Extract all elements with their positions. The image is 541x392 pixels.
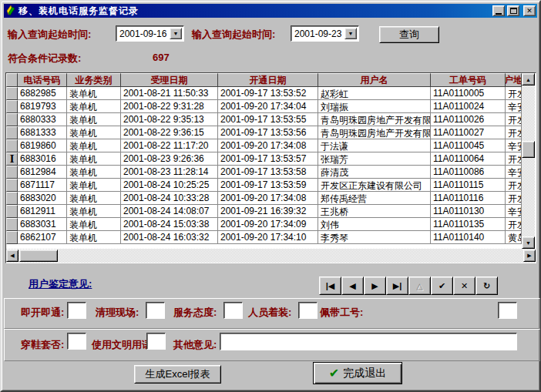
table-row[interactable]: I 6883016 装单机 2001-08-23 9:26:36 2001-09… [6,152,522,166]
table-row[interactable]: 6871117 装单机 2001-08-24 10:25:25 2001-09-… [6,179,522,192]
cell-order[interactable]: 11A0110115 [431,179,506,192]
cell-address[interactable]: 辛安 [506,100,522,113]
cell-accept[interactable]: 2001-08-24 15:03:38 [121,218,218,231]
cell-open[interactable]: 2001-09-20 17:34:10 [218,231,318,244]
cell-open[interactable]: 2001-09-17 13:53:56 [218,126,318,139]
cell-type[interactable]: 装单机 [67,205,121,218]
table-row[interactable]: 6819793 装单机 2001-08-22 9:31:28 2001-09-2… [6,100,522,113]
cell-accept[interactable]: 2001-08-22 9:35:13 [121,113,218,126]
cell-order[interactable]: 11A0110045 [431,139,506,152]
nav-post-button[interactable]: ✔ [431,276,453,295]
cell-address[interactable]: 辛安 [506,139,522,152]
start-date-combobox[interactable]: 2001-09-16 ▼ [116,25,184,42]
vertical-scrollbar[interactable]: ▲ ▼ [522,73,535,249]
cell-type[interactable]: 装单机 [67,166,121,179]
title-bar[interactable]: 移、装机电话服务监督记录 ✕ [4,4,537,18]
cell-type[interactable]: 装单机 [67,100,121,113]
cell-address[interactable]: 辛安 [506,166,522,179]
cell-user[interactable]: 开发区正东建设有限公司 [318,179,431,192]
polite-language-field[interactable] [146,333,166,350]
column-header-type[interactable]: 业务类别 [67,73,121,87]
nav-refresh-button[interactable]: ↻ [475,276,498,295]
cell-address[interactable]: 开发 [506,152,522,166]
cell-address[interactable]: 开发 [506,113,522,126]
cell-order[interactable]: 11A0110024 [431,100,506,113]
cell-order[interactable]: 11A0110140 [431,231,506,244]
cell-user[interactable]: 李秀琴 [318,231,431,244]
cell-open[interactable]: 2001-09-20 17:34:09 [218,218,318,231]
cell-phone[interactable]: 6812984 [18,166,67,179]
cell-phone[interactable]: 6882985 [18,87,67,100]
staff-dress-field[interactable] [298,302,318,319]
end-date-combobox[interactable]: 2001-09-23 ▼ [291,25,359,42]
column-header-address[interactable]: 用户地址 [506,73,522,87]
start-date-dropdown-button[interactable]: ▼ [170,28,182,39]
row-indicator[interactable] [6,166,18,179]
nav-next-button[interactable]: ▶ [364,276,386,295]
table-row[interactable]: 6883031 装单机 2001-08-24 15:03:38 2001-09-… [6,218,522,231]
cell-order[interactable]: 11A0110005 [431,87,506,100]
cell-open[interactable]: 2001-09-17 13:53:59 [218,179,318,192]
cell-order[interactable]: 11A0110130 [431,205,506,218]
cell-open[interactable]: 2001-09-17 13:53:58 [218,166,318,179]
close-button[interactable]: ✕ [523,5,536,16]
nav-cancel-button[interactable]: ✕ [453,276,475,295]
cell-accept[interactable]: 2001-08-24 14:08:07 [121,205,218,218]
cell-order[interactable]: 11A0110064 [431,152,506,166]
cell-user[interactable]: 王兆桥 [318,205,431,218]
cell-phone[interactable]: 6871117 [18,179,67,192]
row-indicator[interactable]: I [6,152,18,166]
row-indicator[interactable] [6,113,18,126]
nav-last-button[interactable]: ▶| [386,276,408,295]
cell-phone[interactable]: 6883016 [18,152,67,166]
table-row[interactable]: 6862107 装单机 2001-08-24 16:03:32 2001-09-… [6,231,522,244]
row-indicator[interactable] [6,87,18,100]
cell-type[interactable]: 装单机 [67,192,121,205]
cell-phone[interactable]: 6819860 [18,139,67,152]
cell-open[interactable]: 2001-09-20 17:34:04 [218,100,318,113]
cell-accept[interactable]: 2001-08-21 11:50:33 [121,87,218,100]
cell-type[interactable]: 装单机 [67,139,121,152]
table-row[interactable]: 6819860 装单机 2001-08-22 11:17:20 2001-09-… [6,139,522,152]
cell-user[interactable]: 郑传禹经营 [318,192,431,205]
cell-user[interactable]: 于法谦 [318,139,431,152]
scroll-right-button[interactable]: ▶ [523,250,536,262]
table-row[interactable]: 6882985 装单机 2001-08-21 11:50:33 2001-09-… [6,87,522,100]
cell-order[interactable]: 11A0110026 [431,113,506,126]
end-date-value[interactable]: 2001-09-23 [293,28,344,39]
table-row[interactable]: 6880333 装单机 2001-08-22 9:35:13 2001-09-1… [6,113,522,126]
horizontal-scrollbar[interactable]: ◀ ▶ [6,249,536,263]
cell-phone[interactable]: 6883020 [18,192,67,205]
cell-accept[interactable]: 2001-08-23 9:26:36 [121,152,218,166]
maximize-button[interactable] [507,5,519,16]
cell-order[interactable]: 11A0110086 [431,166,506,179]
table-row[interactable]: 6883020 装单机 2001-08-24 10:33:28 2001-09-… [6,192,522,205]
column-header-accept[interactable]: 受理日期 [121,73,218,87]
cell-user[interactable]: 刘伟 [318,218,431,231]
cell-type[interactable]: 装单机 [67,152,121,166]
start-date-value[interactable]: 2001-09-16 [118,28,170,39]
service-attitude-field[interactable] [223,302,243,319]
cell-user[interactable]: 刘瑞振 [318,100,431,113]
column-header-phone[interactable]: 电话号码 [18,73,67,87]
row-indicator[interactable] [6,179,18,192]
vertical-scroll-thumb[interactable] [522,141,535,158]
cell-phone[interactable]: 6881333 [18,126,67,139]
cell-user[interactable]: 张瑞芳 [318,152,431,166]
cell-address[interactable]: 开发 [506,192,522,205]
cell-order[interactable]: 11A0110116 [431,192,506,205]
cell-address[interactable]: 辛安 [506,205,522,218]
cell-accept[interactable]: 2001-08-22 9:31:28 [121,100,218,113]
cell-type[interactable]: 装单机 [67,87,121,100]
cell-phone[interactable]: 6880333 [18,113,67,126]
cell-accept[interactable]: 2001-08-22 11:17:20 [121,139,218,152]
row-indicator[interactable] [6,218,18,231]
cell-open[interactable]: 2001-09-20 17:34:08 [218,139,318,152]
cell-address[interactable]: 开发 [506,87,522,100]
column-header-order[interactable]: 工单号码 [431,73,506,87]
cell-accept[interactable]: 2001-08-23 11:28:14 [121,166,218,179]
cell-accept[interactable]: 2001-08-22 9:36:15 [121,126,218,139]
cell-open[interactable]: 2001-09-17 13:53:57 [218,152,318,166]
badge-number-field[interactable] [498,302,517,319]
query-button[interactable]: 查询 [379,26,439,43]
